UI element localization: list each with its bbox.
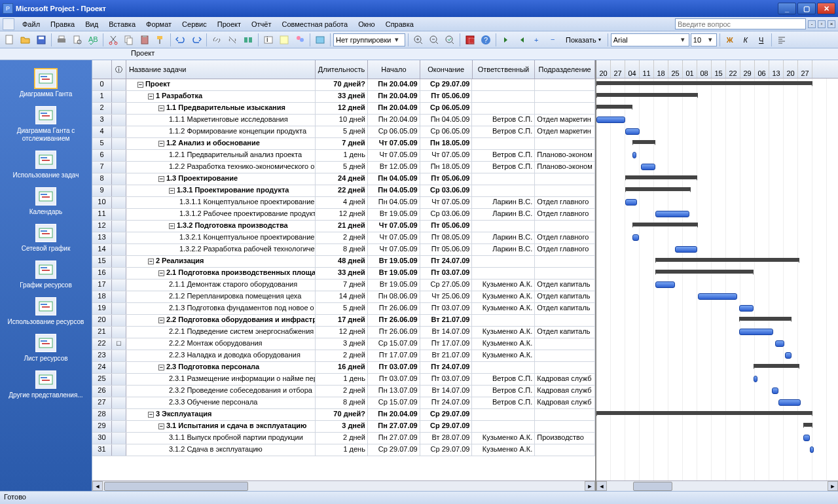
- cell-responsible[interactable]: [472, 185, 535, 196]
- cell-duration[interactable]: 12 дней: [316, 103, 368, 114]
- row-id[interactable]: 7: [92, 162, 112, 173]
- table-row[interactable]: 30 3.1.1 Выпуск пробной партии продукции…: [92, 433, 595, 444]
- groupby-combo[interactable]: Нет группировки▾: [333, 33, 405, 46]
- row-id[interactable]: 3: [92, 115, 112, 126]
- cell-end[interactable]: Вт 21.07.09: [420, 315, 473, 326]
- cell-department[interactable]: Планово-эконом: [535, 150, 595, 161]
- cell-end[interactable]: Ср 27.05.09: [420, 279, 473, 291]
- col-rowid[interactable]: [92, 60, 112, 79]
- cell-start[interactable]: Пн 04.05.09: [368, 173, 420, 185]
- gantt-scroll-thumb[interactable]: [633, 482, 672, 491]
- cell-start[interactable]: Пн 27.07.09: [368, 433, 420, 444]
- gantt-summary-bar[interactable]: [655, 258, 799, 262]
- gantt-summary-bar[interactable]: [625, 187, 691, 191]
- cell-responsible[interactable]: [472, 221, 535, 232]
- cell-duration[interactable]: 2 дней: [316, 232, 368, 243]
- gantt-summary-bar[interactable]: [596, 81, 812, 85]
- cell-department[interactable]: [535, 362, 595, 373]
- cell-end[interactable]: Ср 03.06.09: [420, 185, 473, 196]
- table-row[interactable]: 15 −2 Реализация 48 дней Вт 19.05.09 Пт …: [92, 256, 595, 268]
- cell-department[interactable]: Производство: [535, 433, 595, 444]
- sidebar-item-6[interactable]: Использование ресурсов: [0, 293, 92, 330]
- cell-end[interactable]: Пт 03.07.09: [420, 303, 473, 314]
- cell-name[interactable]: 2.2.3 Наладка и доводка оборудования: [126, 350, 316, 361]
- gantt-task-bar[interactable]: [675, 246, 697, 253]
- cell-end[interactable]: Вт 28.07.09: [420, 433, 473, 444]
- minimize-button[interactable]: _: [778, 3, 796, 14]
- cell-responsible[interactable]: [472, 103, 535, 114]
- spellcheck-button[interactable]: ABC: [86, 33, 100, 47]
- cell-department[interactable]: [535, 409, 595, 420]
- menu-format[interactable]: Формат: [141, 19, 177, 29]
- table-row[interactable]: 19 2.1.3 Подготовка фундаментов под ново…: [92, 303, 595, 315]
- row-id[interactable]: 17: [92, 279, 112, 291]
- cell-department[interactable]: [535, 103, 595, 114]
- expand-icon[interactable]: −: [169, 188, 175, 194]
- col-department[interactable]: Подразделение: [535, 60, 595, 79]
- cell-start[interactable]: Вт 19.05.09: [368, 268, 420, 279]
- hidesubtasks-button[interactable]: −: [546, 33, 560, 47]
- cell-end[interactable]: Пн 18.05.09: [420, 138, 473, 149]
- gantt-task-bar[interactable]: [641, 164, 655, 170]
- cell-department[interactable]: Отдел капиталь: [535, 303, 595, 314]
- cell-department[interactable]: Отдел маркетин: [535, 126, 595, 137]
- table-row[interactable]: 23 2.2.3 Наладка и доводка оборудования …: [92, 350, 595, 362]
- cell-end[interactable]: Пт 08.05.09: [420, 232, 473, 243]
- table-row[interactable]: 21 2.2.1 Подведение систем энергоснабжен…: [92, 327, 595, 338]
- cell-end[interactable]: Чт 07.05.09: [420, 197, 473, 208]
- expand-icon[interactable]: −: [148, 412, 154, 418]
- cell-name[interactable]: −1.3 Проектирование: [126, 173, 316, 185]
- cell-end[interactable]: Ср 06.05.09: [420, 126, 473, 137]
- paste-button[interactable]: [137, 33, 152, 47]
- split-button[interactable]: [241, 33, 255, 47]
- cell-start[interactable]: Пн 04.05.09: [368, 185, 420, 196]
- cell-responsible[interactable]: Кузьменко А.К.: [472, 303, 535, 314]
- cell-start[interactable]: Пн 04.05.09: [368, 197, 420, 208]
- cell-duration[interactable]: 5 дней: [316, 162, 368, 173]
- table-row[interactable]: 2 −1.1 Предварительные изыскания 12 дней…: [92, 103, 595, 115]
- cell-department[interactable]: [535, 444, 595, 456]
- gantt-task-bar[interactable]: [810, 446, 814, 453]
- table-row[interactable]: 25 2.3.1 Размещение информации о найме п…: [92, 374, 595, 386]
- cell-name[interactable]: −2.3 Подготовка персонала: [126, 362, 316, 373]
- expand-icon[interactable]: −: [158, 317, 164, 323]
- cell-end[interactable]: Пт 03.07.09: [420, 374, 473, 385]
- cell-department[interactable]: Отдел капиталь: [535, 327, 595, 338]
- cell-end[interactable]: Ср 03.06.09: [420, 209, 473, 220]
- gantt-scroll-left-button[interactable]: ◄: [596, 481, 607, 491]
- cell-duration[interactable]: 2 дней: [316, 350, 368, 361]
- row-id[interactable]: 30: [92, 433, 112, 444]
- cell-duration[interactable]: 24 дней: [316, 173, 368, 185]
- row-id[interactable]: 10: [92, 197, 112, 208]
- zoomout-button[interactable]: [427, 33, 441, 47]
- gantt-summary-bar[interactable]: [596, 105, 632, 109]
- undo-button[interactable]: [173, 33, 188, 47]
- row-id[interactable]: 18: [92, 291, 112, 302]
- cell-department[interactable]: [535, 350, 595, 361]
- gantt-task-bar[interactable]: [698, 293, 737, 300]
- cell-responsible[interactable]: Кузьменко А.К.: [472, 350, 535, 361]
- font-combo[interactable]: Arial▾: [611, 33, 689, 46]
- cell-name[interactable]: −2.1 Подготовка производственных площад: [126, 268, 316, 279]
- row-id[interactable]: 11: [92, 209, 112, 220]
- row-id[interactable]: 31: [92, 444, 112, 456]
- cell-name[interactable]: 2.2.2 Монтаж оборудования: [126, 338, 316, 350]
- row-id[interactable]: 24: [92, 362, 112, 373]
- table-row[interactable]: 16 −2.1 Подготовка производственных площ…: [92, 268, 595, 279]
- gantt-task-bar[interactable]: [655, 281, 675, 288]
- row-id[interactable]: 20: [92, 315, 112, 326]
- cell-responsible[interactable]: Ветров С.П.: [472, 397, 535, 408]
- gantt-task-bar[interactable]: [625, 199, 637, 206]
- gantt-task-bar[interactable]: [632, 152, 636, 158]
- menu-collab[interactable]: Совместная работа: [276, 19, 353, 29]
- cell-end[interactable]: Пт 05.06.09: [420, 221, 473, 232]
- cell-duration[interactable]: 48 дней: [316, 256, 368, 267]
- cell-duration[interactable]: 33 дней: [316, 268, 368, 279]
- cell-name[interactable]: 2.3.1 Размещение информации о найме пер: [126, 374, 316, 385]
- menu-project[interactable]: Проект: [212, 19, 246, 29]
- table-row[interactable]: 12 −1.3.2 Подготовка производства 21 дне…: [92, 221, 595, 232]
- expand-icon[interactable]: −: [158, 365, 164, 370]
- expand-icon[interactable]: −: [158, 423, 164, 429]
- scroll-thumb[interactable]: [104, 482, 248, 491]
- gantt-summary-bar[interactable]: [739, 317, 792, 321]
